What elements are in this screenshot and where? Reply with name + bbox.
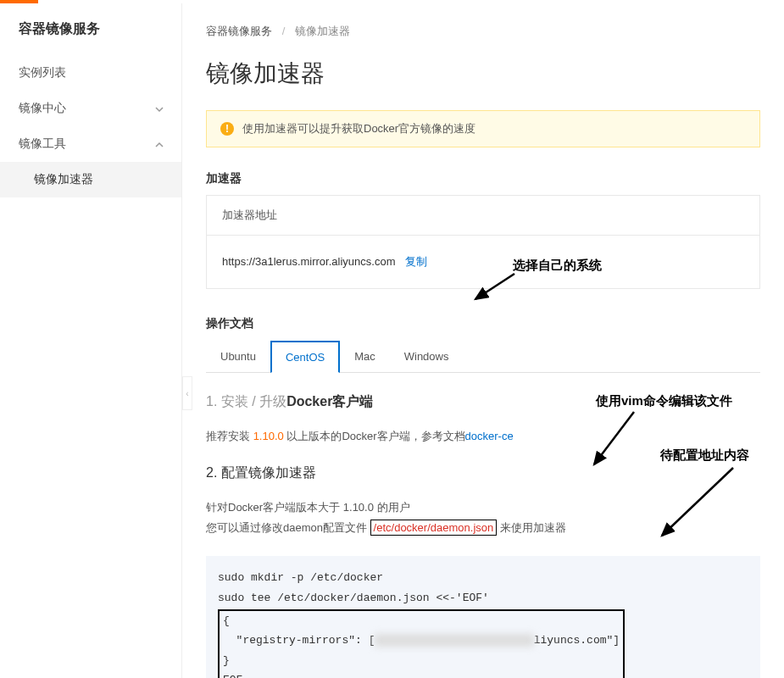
- step1-desc: 推荐安装 1.10.0 以上版本的Docker客户端，参考文档docker-ce: [206, 426, 760, 446]
- annotation-address-content: 待配置地址内容: [660, 447, 749, 464]
- alert-text: 使用加速器可以提升获取Docker官方镜像的速度: [242, 121, 475, 136]
- sidebar-item-image-center[interactable]: 镜像中心: [0, 91, 181, 126]
- sidebar-item-instances[interactable]: 实例列表: [0, 55, 181, 91]
- page-title: 镜像加速器: [206, 58, 760, 90]
- tab-ubuntu[interactable]: Ubuntu: [206, 341, 270, 373]
- sidebar: 容器镜像服务 实例列表 镜像中心 镜像工具 镜像加速器: [0, 3, 182, 678]
- sidebar-item-label: 实例列表: [19, 65, 66, 81]
- breadcrumb-separator: /: [282, 25, 286, 37]
- sidebar-item-mirror-accelerator[interactable]: 镜像加速器: [0, 162, 181, 197]
- tab-mac[interactable]: Mac: [340, 341, 390, 373]
- step2-title: 2. 配置镜像加速器: [206, 464, 760, 482]
- docs-section-label: 操作文档: [206, 316, 760, 331]
- tab-centos[interactable]: CentOS: [270, 341, 340, 373]
- chevron-up-icon: [154, 139, 164, 149]
- docker-ce-link[interactable]: docker-ce: [465, 430, 514, 442]
- sidebar-item-image-tools[interactable]: 镜像工具: [0, 126, 181, 162]
- accelerator-card: 加速器地址 https://3a1lerus.mirror.aliyuncs.c…: [206, 195, 760, 289]
- docs-tabs: Ubuntu CentOS Mac Windows: [206, 340, 760, 373]
- accelerator-card-header: 加速器地址: [207, 196, 759, 236]
- info-icon: !: [220, 122, 234, 136]
- accelerator-card-body: https://3a1lerus.mirror.aliyuncs.com 复制: [207, 236, 759, 288]
- breadcrumb-part: 镜像加速器: [295, 25, 350, 37]
- code-highlight-box: { "registry-mirrors": ["https://xxxxxx.m…: [218, 609, 625, 678]
- step1-title: 1. 安装 / 升级Docker客户端: [206, 393, 760, 411]
- mirror-url-text: https://3a1lerus.mirror.aliyuncs.com: [222, 255, 395, 268]
- sidebar-collapse-handle[interactable]: ‹: [182, 376, 192, 410]
- sidebar-item-label: 镜像中心: [19, 101, 66, 116]
- content-area: ‹ 容器镜像服务 / 镜像加速器 镜像加速器 ! 使用加速器可以提升获取Dock…: [182, 3, 784, 678]
- breadcrumb-part[interactable]: 容器镜像服务: [206, 25, 272, 37]
- chevron-left-icon: ‹: [186, 389, 188, 398]
- code-block: sudo mkdir -p /etc/docker sudo tee /etc/…: [206, 556, 760, 678]
- sidebar-title: 容器镜像服务: [0, 3, 181, 55]
- info-alert: ! 使用加速器可以提升获取Docker官方镜像的速度: [206, 110, 760, 147]
- accelerator-section-label: 加速器: [206, 171, 760, 186]
- breadcrumb: 容器镜像服务 / 镜像加速器: [206, 24, 760, 39]
- copy-link[interactable]: 复制: [405, 255, 427, 268]
- daemon-json-path: /etc/docker/daemon.json: [370, 520, 498, 536]
- chevron-down-icon: [154, 103, 164, 114]
- step2-desc: 针对Docker客户端版本大于 1.10.0 的用户 您可以通过修改daemon…: [206, 497, 760, 537]
- sidebar-item-label: 镜像加速器: [34, 172, 93, 186]
- tab-windows[interactable]: Windows: [390, 341, 464, 373]
- sidebar-item-label: 镜像工具: [19, 136, 66, 152]
